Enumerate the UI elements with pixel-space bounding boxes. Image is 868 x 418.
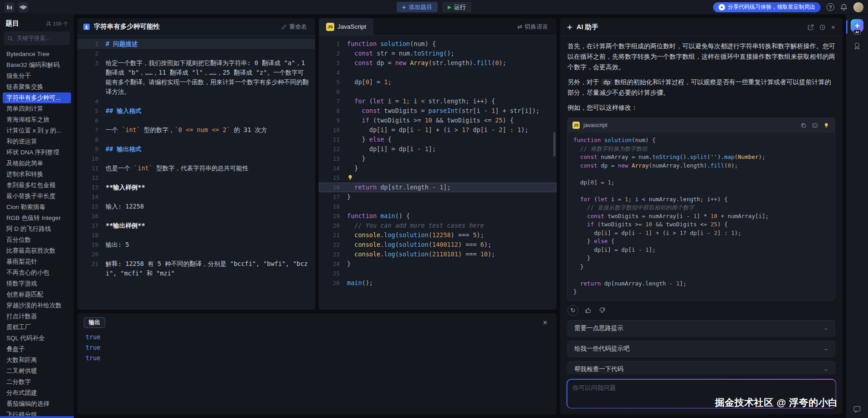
run-button[interactable]: ▶ 运行	[442, 2, 471, 12]
editor-line[interactable]: 13 }	[319, 154, 557, 163]
editor-line[interactable]: 10 dp[i] = dp[i - 1] + (i > 1? dp[i - 2]…	[319, 125, 557, 135]
notification-bell-icon[interactable]	[840, 4, 848, 11]
editor-line[interactable]: 6	[319, 87, 557, 97]
copy-icon[interactable]	[800, 122, 807, 129]
ai-suggestion-button[interactable]: 需要一点思路提示→	[567, 320, 835, 336]
editor-line[interactable]: 17}	[319, 192, 557, 202]
close-icon[interactable]: ×	[540, 318, 550, 327]
search-box[interactable]	[4, 31, 70, 45]
lightbulb-icon[interactable]	[822, 122, 830, 129]
regenerate-icon[interactable]: ↻	[567, 305, 578, 316]
editor-line[interactable]: 17**输出样例**	[77, 221, 315, 230]
search-input[interactable]	[16, 35, 66, 42]
rename-button[interactable]: 重命名	[279, 22, 310, 31]
sidebar-problem-item[interactable]: 创意标题匹配	[3, 289, 71, 300]
editor-line[interactable]: 20 // You can add more test cases here	[319, 221, 557, 230]
editor-line[interactable]: 13**输入样例**	[77, 183, 315, 192]
ai-suggestion-button[interactable]: 帮我检查一下代码→	[567, 361, 835, 375]
sidebar-problem-item[interactable]: 环状 DNA 序列整理	[3, 147, 71, 158]
promo-banner-button[interactable]: 分享代码练习体验，领取星定制周边	[713, 2, 821, 12]
editor-line[interactable]: 5## 输入格式	[77, 106, 315, 116]
sidebar-problem-item[interactable]: 及格如此简单	[3, 158, 71, 169]
editor-line[interactable]: 14	[77, 192, 315, 202]
help-icon[interactable]: ?	[827, 3, 834, 11]
code-scrollbar[interactable]	[553, 132, 556, 157]
sidebar-problem-item[interactable]: 进制求和转换	[3, 169, 71, 180]
rail-feedback-button[interactable]	[846, 405, 868, 413]
editor-line[interactable]: 7 for (let i = 1; i < str.length; i++) {	[319, 97, 557, 106]
sidebar-problem-item[interactable]: 分布式团建	[3, 387, 71, 398]
sidebar-problem-item[interactable]: SQL 代码补全	[3, 333, 71, 344]
sidebar-problem-item[interactable]: Base32 编码和解码	[3, 60, 71, 71]
sidebar-problem-item[interactable]: 叠盘子	[3, 344, 71, 355]
sidebar-problem-item[interactable]: 链表聚集交换	[3, 82, 71, 92]
sidebar-problem-item[interactable]: 百分位数	[3, 234, 71, 245]
editor-line[interactable]: 4	[77, 97, 315, 106]
sidebar-problem-item[interactable]: 二分数字	[3, 377, 71, 387]
sidebar-problem-item[interactable]: 和的逆运算	[3, 136, 71, 147]
rail-achievement-button[interactable]	[846, 42, 868, 50]
sidebar-problem-item[interactable]: 简单四则计算	[3, 103, 71, 114]
editor-line[interactable]: 8 const twoDigits = parseInt(str[i - 1] …	[319, 106, 557, 116]
sidebar-problem-item[interactable]: 计算位置 x 到 y 的...	[3, 125, 71, 136]
editor-line[interactable]: 18	[319, 202, 557, 211]
sidebar-problem-item[interactable]: 穿越沙漠的补给次数	[3, 300, 71, 311]
editor-line[interactable]: 19function main() {	[319, 211, 557, 221]
sidebar-problem-item[interactable]: 大数和距离	[3, 355, 71, 366]
editor-line[interactable]: 21 console.log(solution(12258) === 5);	[319, 230, 557, 240]
editor-line[interactable]: 8	[77, 135, 315, 144]
editor-line[interactable]: 20	[77, 250, 315, 259]
juejin-logo-icon[interactable]	[18, 2, 28, 12]
sidebar-problem-item[interactable]: 暴雨梨花针	[3, 256, 71, 267]
add-problem-button[interactable]: + 添加题目	[397, 2, 438, 12]
editor-line[interactable]: 25	[319, 269, 557, 278]
editor-line[interactable]: 19输出: 5	[77, 240, 315, 250]
editor-line[interactable]: 16	[77, 211, 315, 221]
editor-line[interactable]: 26main();	[319, 278, 557, 288]
sidebar-problem-item[interactable]: 青海湖租车之旅	[3, 114, 71, 125]
editor-line[interactable]: 14 }	[319, 163, 557, 173]
sidebar-problem-item[interactable]: Bytedance Tree	[3, 49, 71, 60]
sidebar-problem-item[interactable]: 番茄编辑的选择	[3, 398, 71, 409]
sidebar-problem-item[interactable]: 阿 D 的飞行路线	[3, 224, 71, 234]
sidebar-problem-item[interactable]: 不再贪心的小包	[3, 267, 71, 278]
editor-line[interactable]: 22 console.log(solution(1400112) === 6);	[319, 240, 557, 250]
editor-line[interactable]: 9 if (twoDigits >= 10 && twoDigits <= 25…	[319, 116, 557, 125]
editor-line[interactable]: 9## 输出格式	[77, 144, 315, 154]
rail-ai-assistant-button[interactable]: AI	[846, 19, 868, 35]
editor-line[interactable]: 12 dp[i] = dp[i - 1];	[319, 144, 557, 154]
sidebar-problem-item[interactable]: 猫鱼分干	[3, 71, 71, 82]
sidebar-problem-item[interactable]: 比赛最高获胜次数	[3, 245, 71, 256]
share-icon[interactable]	[807, 23, 815, 31]
language-tab[interactable]: JS JavaScript	[319, 18, 373, 35]
code-editor[interactable]: 1function solution(num) {2 const str = n…	[319, 36, 557, 310]
editor-line[interactable]: 7一个 `int` 型的数字，`0 <= num <= 2` 的 31 次方	[77, 125, 315, 135]
sidebar-scroll-indicator[interactable]	[0, 416, 74, 418]
editor-line[interactable]: 15输入: 12258	[77, 202, 315, 211]
history-icon[interactable]	[818, 23, 827, 31]
editor-line[interactable]: 24}	[319, 259, 557, 269]
editor-line[interactable]: 1function solution(num) {	[319, 39, 557, 49]
close-icon[interactable]: ×	[830, 23, 836, 31]
sidebar-problem-item[interactable]: Cion 勒索病毒	[3, 202, 71, 213]
switch-language-button[interactable]: ⇄ 切换语言	[515, 22, 551, 31]
sidebar-problem-item[interactable]: 最小替换子串长度	[3, 191, 71, 202]
ai-suggestion-button[interactable]: 给我一些代码提示吧→	[567, 341, 835, 357]
problem-markdown-editor[interactable]: 1# 问题描述23给定一个数字，我们按照如下规则把它翻译为字符串: 0 翻译成 …	[77, 36, 315, 310]
sidebar-problem-item[interactable]: 蛋糕工厂	[3, 322, 71, 333]
sidebar-problem-item[interactable]: RGB 色值转 Integer	[3, 213, 71, 224]
editor-line[interactable]: 18	[77, 230, 315, 240]
editor-line[interactable]: 3 const dp = new Array(str.length).fill(…	[319, 58, 557, 68]
editor-line[interactable]: 5 dp[0] = 1;	[319, 77, 557, 87]
editor-line[interactable]: 2	[77, 49, 315, 58]
editor-line[interactable]: 10	[77, 154, 315, 163]
editor-line[interactable]: 6	[77, 116, 315, 125]
app-logo[interactable]	[5, 2, 15, 12]
editor-line[interactable]: 23 console.log(solution(2110101) === 10)…	[319, 250, 557, 259]
insert-code-icon[interactable]	[811, 122, 819, 129]
sidebar-problem-item[interactable]: 拿到最多红包金额	[3, 180, 71, 191]
sidebar-problem-item[interactable]: 猜数字游戏	[3, 278, 71, 289]
thumbs-up-icon[interactable]	[584, 306, 592, 315]
editor-line[interactable]: 2 const str = num.toString();	[319, 49, 557, 58]
editor-line[interactable]: 21解释: 12258 有 5 种不同的翻译，分别是 "bccfi", "bwf…	[77, 259, 315, 278]
